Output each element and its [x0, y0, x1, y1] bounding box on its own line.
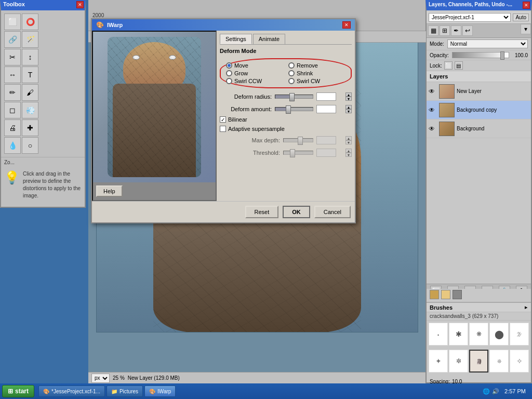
- table-row[interactable]: 👁 Background: [427, 119, 531, 138]
- file-select[interactable]: JesseProject.xcf-1: [429, 13, 511, 22]
- layer-visibility-eye[interactable]: 👁: [429, 88, 437, 95]
- radio-swirl-ccw-btn[interactable]: [226, 78, 232, 84]
- animate-tab[interactable]: Animate: [253, 34, 285, 44]
- channels-icon[interactable]: ⊞: [440, 25, 450, 36]
- foreground-swatch[interactable]: [430, 290, 439, 299]
- reset-button[interactable]: Reset: [245, 206, 279, 218]
- brush-item[interactable]: 🗿: [469, 350, 488, 373]
- opacity-slider[interactable]: [452, 52, 509, 58]
- dialog-title-bar[interactable]: 🎨 IWarp ✕: [92, 19, 355, 31]
- layers-file-bar: JesseProject.xcf-1 Auto: [427, 11, 531, 24]
- radio-shrink[interactable]: Shrink: [288, 70, 345, 76]
- help-button[interactable]: Help: [96, 185, 123, 197]
- radio-shrink-btn[interactable]: [288, 70, 295, 76]
- preview-help-area: Help: [93, 182, 216, 200]
- radio-remove-btn[interactable]: [288, 62, 295, 69]
- deform-mode-title: Deform Mode: [220, 48, 352, 54]
- undo-icon[interactable]: ↩: [462, 25, 473, 36]
- brush-item[interactable]: ·: [429, 323, 448, 345]
- tool-dodge[interactable]: ○: [22, 137, 38, 154]
- radio-swirl-cw-btn[interactable]: [288, 78, 295, 84]
- brush-item[interactable]: ❊: [489, 350, 509, 373]
- table-row[interactable]: 👁 New Layer: [427, 82, 531, 101]
- deform-radius-input[interactable]: 20: [316, 92, 336, 101]
- ok-button[interactable]: OK: [283, 206, 310, 218]
- brushes-grid: · ✱ ❋ ⬤ 🌫 ✦ ✼ 🗿 ❊ ✧: [427, 321, 531, 378]
- brush-item[interactable]: ⬤: [489, 323, 509, 345]
- tool-blur[interactable]: 💧: [4, 137, 21, 154]
- brush-item[interactable]: ✼: [449, 350, 468, 373]
- radio-grow[interactable]: Grow: [226, 70, 283, 76]
- tool-paintbrush[interactable]: 🖌: [22, 84, 38, 101]
- toolbox-close-button[interactable]: ✕: [76, 1, 84, 8]
- table-row[interactable]: 👁 Background copy: [427, 101, 531, 119]
- start-button[interactable]: ⊞ start: [2, 385, 34, 397]
- tool-pencil[interactable]: ✏: [4, 84, 21, 101]
- radio-move-btn[interactable]: [226, 62, 232, 69]
- radio-remove-label: Remove: [297, 62, 318, 69]
- tool-fuzzy-select[interactable]: 🪄: [22, 31, 38, 48]
- tool-crop[interactable]: ✂: [4, 49, 21, 65]
- layers-panel-close[interactable]: ✕: [523, 2, 530, 9]
- bilinear-row[interactable]: ✓ Bilinear: [220, 116, 352, 123]
- tool-airbrush[interactable]: 💨: [22, 102, 38, 118]
- deform-radius-slider[interactable]: [275, 95, 313, 99]
- brushes-collapse-icon[interactable]: ▸: [525, 304, 528, 311]
- hint-icon: 💡: [4, 170, 20, 185]
- lock-row: Lock: ⬜ ▤: [427, 60, 531, 71]
- lock-pixels-icon[interactable]: ⬜: [444, 61, 453, 70]
- settings-tab[interactable]: Settings: [220, 34, 252, 44]
- cancel-button[interactable]: Cancel: [314, 206, 351, 218]
- tool-flip[interactable]: ↔: [4, 66, 21, 83]
- iwarp-dialog: 🎨 IWarp ✕: [91, 18, 356, 223]
- radio-move[interactable]: Move: [226, 62, 283, 69]
- taskbar-item-pictures[interactable]: 📁 Pictures: [107, 385, 143, 397]
- tool-rect-select[interactable]: ⬜: [4, 14, 21, 30]
- deform-radius-label: Deform radius:: [220, 94, 272, 100]
- radio-swirl-cw[interactable]: Swirl CW: [288, 78, 345, 84]
- tool-ellipse-select[interactable]: ⭕: [22, 14, 38, 30]
- tool-lasso[interactable]: 🔗: [4, 31, 21, 48]
- spin-up-button[interactable]: ▲: [345, 92, 352, 97]
- mode-select[interactable]: Normal: [447, 39, 528, 48]
- radio-swirl-ccw[interactable]: Swirl CCW: [226, 78, 283, 84]
- middle-swatch[interactable]: [441, 290, 450, 299]
- mode-row: Mode: Normal: [427, 38, 531, 50]
- bilinear-label: Bilinear: [228, 116, 247, 123]
- brush-item[interactable]: ❋: [469, 323, 488, 345]
- layer-visibility-eye[interactable]: 👁: [429, 125, 437, 132]
- dialog-preview[interactable]: Help: [92, 31, 217, 201]
- unit-select[interactable]: px: [91, 374, 110, 383]
- brush-item[interactable]: ✧: [510, 350, 529, 373]
- spin-down-button[interactable]: ▼: [345, 97, 352, 101]
- tool-text[interactable]: T: [22, 66, 38, 83]
- radio-grow-btn[interactable]: [226, 70, 232, 76]
- deform-amount-input[interactable]: 0.30: [316, 105, 336, 113]
- auto-button[interactable]: Auto: [513, 14, 529, 21]
- spin-up-button[interactable]: ▲: [345, 105, 352, 109]
- tool-eraser[interactable]: ◻: [4, 102, 21, 118]
- brush-item[interactable]: ✦: [429, 350, 448, 373]
- max-depth-slider: [283, 138, 313, 142]
- dialog-close-button[interactable]: ✕: [342, 21, 351, 29]
- adaptive-supersample-row[interactable]: Adaptive supersample: [220, 126, 352, 132]
- deform-amount-slider[interactable]: [275, 107, 313, 111]
- radio-remove[interactable]: Remove: [288, 62, 345, 69]
- taskbar-item-iwarp[interactable]: 🎨 IWarp: [144, 385, 176, 397]
- layer-visibility-eye[interactable]: 👁: [429, 107, 437, 114]
- tool-clone[interactable]: 🖨: [4, 119, 21, 136]
- brush-item[interactable]: ✱: [449, 323, 468, 345]
- paths-icon[interactable]: ✒: [451, 25, 461, 36]
- brush-name: cracksandwalls_3 (629 x 737): [427, 312, 531, 321]
- panel-options-icon[interactable]: ▾: [521, 24, 531, 34]
- tool-transform[interactable]: ↕: [22, 49, 38, 65]
- adaptive-checkbox[interactable]: [220, 126, 226, 132]
- taskbar-item-gimp[interactable]: 🎨 *JesseProject.xcf-1...: [38, 385, 105, 397]
- spin-down-button[interactable]: ▼: [345, 109, 352, 113]
- layers-icon[interactable]: ▦: [428, 25, 438, 36]
- tool-heal[interactable]: ✚: [22, 119, 38, 136]
- bilinear-checkbox[interactable]: ✓: [220, 116, 226, 123]
- lock-alpha-icon[interactable]: ▤: [455, 61, 463, 70]
- brush-item[interactable]: 🌫: [510, 323, 529, 345]
- background-swatch[interactable]: [453, 290, 462, 299]
